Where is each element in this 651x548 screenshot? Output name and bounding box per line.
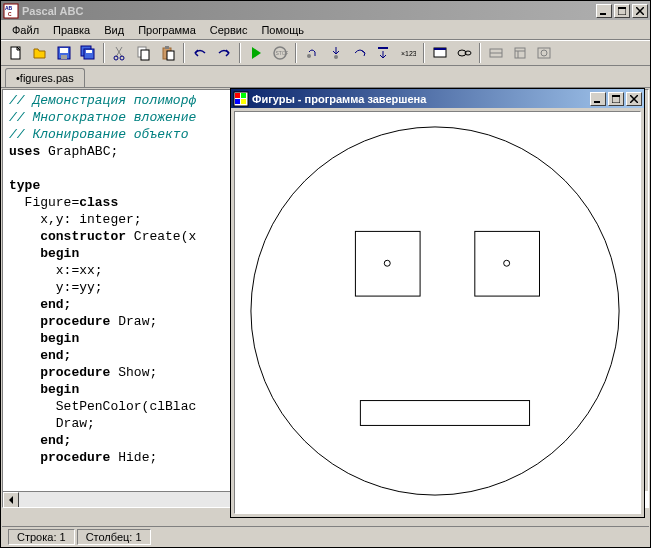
output-window: Фигуры - программа завершена xyxy=(230,88,645,518)
svg-point-45 xyxy=(251,127,619,495)
menu-view[interactable]: Вид xyxy=(97,22,131,38)
svg-rect-27 xyxy=(434,48,446,50)
tab-figures[interactable]: •figures.pas xyxy=(5,68,85,87)
svg-rect-40 xyxy=(235,99,240,104)
svg-point-49 xyxy=(504,260,510,266)
app-icon: ABC xyxy=(3,3,19,19)
svg-text:STOP: STOP xyxy=(276,50,289,56)
svg-rect-12 xyxy=(86,50,92,53)
output-canvas xyxy=(234,111,641,514)
svg-rect-19 xyxy=(167,51,174,60)
status-line: Строка: 1 xyxy=(8,529,75,545)
svg-rect-9 xyxy=(61,55,67,59)
svg-rect-50 xyxy=(360,401,529,426)
step-over-icon[interactable] xyxy=(301,42,323,64)
output-titlebar: Фигуры - программа завершена xyxy=(231,89,644,108)
tool-icon-1[interactable] xyxy=(485,42,507,64)
main-titlebar: ABC Pascal ABC xyxy=(1,1,650,20)
menu-service[interactable]: Сервис xyxy=(203,22,255,38)
scroll-left-icon[interactable] xyxy=(3,492,19,508)
close-button[interactable] xyxy=(632,4,648,18)
svg-rect-38 xyxy=(235,93,240,98)
separator xyxy=(479,43,481,63)
separator xyxy=(103,43,105,63)
svg-rect-41 xyxy=(241,99,246,104)
save-icon[interactable] xyxy=(53,42,75,64)
svg-point-23 xyxy=(334,55,338,59)
menu-edit[interactable]: Правка xyxy=(46,22,97,38)
svg-rect-8 xyxy=(60,48,68,53)
redo-icon[interactable] xyxy=(213,42,235,64)
copy-icon[interactable] xyxy=(133,42,155,64)
svg-rect-32 xyxy=(515,48,525,58)
tab-bar: •figures.pas xyxy=(1,66,650,88)
minimize-button[interactable] xyxy=(596,4,612,18)
separator xyxy=(295,43,297,63)
svg-rect-42 xyxy=(594,101,600,103)
svg-rect-24 xyxy=(378,47,388,49)
separator xyxy=(239,43,241,63)
toolbar: STOP ×123 xyxy=(1,40,650,66)
open-file-icon[interactable] xyxy=(29,42,51,64)
cut-icon[interactable] xyxy=(109,42,131,64)
face-drawing xyxy=(235,112,640,513)
menu-help[interactable]: Помощь xyxy=(254,22,311,38)
statusbar: Строка: 1 Столбец: 1 xyxy=(2,526,649,546)
undo-icon[interactable] xyxy=(189,42,211,64)
svg-rect-18 xyxy=(165,46,169,49)
output-minimize-button[interactable] xyxy=(590,92,606,106)
step-into-icon[interactable] xyxy=(325,42,347,64)
separator xyxy=(183,43,185,63)
output-app-icon xyxy=(233,91,249,107)
view-watch-icon[interactable] xyxy=(453,42,475,64)
main-title: Pascal ABC xyxy=(22,5,596,17)
step-out-icon[interactable] xyxy=(349,42,371,64)
svg-point-36 xyxy=(541,50,547,56)
svg-rect-44 xyxy=(612,95,620,97)
svg-rect-16 xyxy=(141,50,149,60)
output-window-controls xyxy=(590,92,642,106)
status-column: Столбец: 1 xyxy=(77,529,151,545)
save-all-icon[interactable] xyxy=(77,42,99,64)
main-window-controls xyxy=(596,4,648,18)
tool-icon-3[interactable] xyxy=(533,42,555,64)
separator xyxy=(423,43,425,63)
new-file-icon[interactable] xyxy=(5,42,27,64)
maximize-button[interactable] xyxy=(614,4,630,18)
tool-icon-2[interactable] xyxy=(509,42,531,64)
svg-rect-39 xyxy=(241,93,246,98)
output-title: Фигуры - программа завершена xyxy=(252,93,590,105)
menu-program[interactable]: Программа xyxy=(131,22,203,38)
svg-text:C: C xyxy=(8,11,12,17)
output-maximize-button[interactable] xyxy=(608,92,624,106)
output-close-button[interactable] xyxy=(626,92,642,106)
menu-file[interactable]: Файл xyxy=(5,22,46,38)
svg-rect-48 xyxy=(475,231,540,296)
svg-rect-5 xyxy=(618,7,626,9)
view-output-icon[interactable] xyxy=(429,42,451,64)
svg-rect-3 xyxy=(600,13,606,15)
run-icon[interactable] xyxy=(245,42,267,64)
menubar: Файл Правка Вид Программа Сервис Помощь xyxy=(1,20,650,40)
stop-icon[interactable]: STOP xyxy=(269,42,291,64)
run-to-cursor-icon[interactable] xyxy=(373,42,395,64)
paste-icon[interactable] xyxy=(157,42,179,64)
watch-icon[interactable]: ×123 xyxy=(397,42,419,64)
svg-text:×123: ×123 xyxy=(401,50,416,57)
svg-rect-46 xyxy=(355,231,420,296)
svg-point-22 xyxy=(307,54,311,58)
svg-point-47 xyxy=(384,260,390,266)
